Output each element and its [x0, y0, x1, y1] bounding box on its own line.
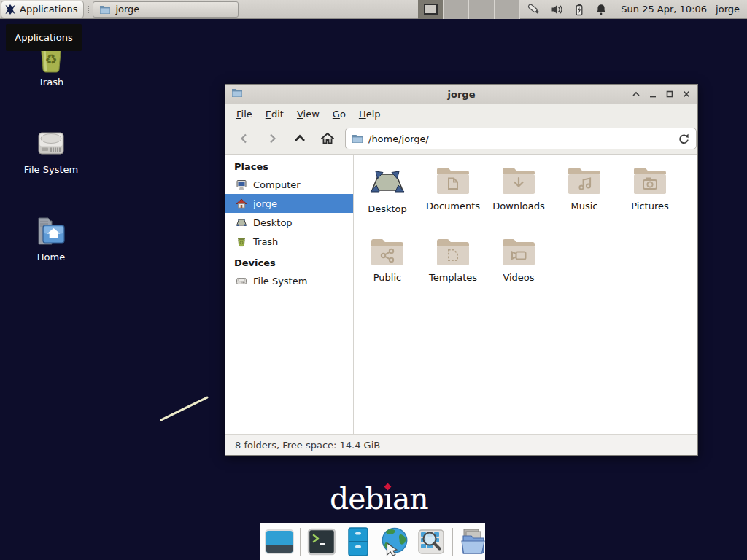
terminal-launcher[interactable] — [306, 526, 338, 558]
folder-item-downloads[interactable]: Downloads — [486, 163, 551, 235]
sidebar-item-computer[interactable]: Computer — [225, 175, 353, 194]
folder-item-label: Pictures — [617, 201, 683, 211]
folder-item-pictures[interactable]: Pictures — [617, 163, 683, 235]
back-button[interactable] — [234, 128, 255, 149]
application-finder-icon — [415, 526, 447, 558]
titlebar[interactable]: jorge — [225, 85, 697, 104]
devices-header: Devices — [225, 255, 353, 271]
folder-item-label: Templates — [420, 272, 486, 283]
folder-icon — [99, 4, 111, 15]
workspace-1[interactable] — [418, 0, 444, 19]
folder-item-templates[interactable]: Templates — [420, 235, 486, 306]
workspace-3[interactable] — [469, 0, 495, 19]
maximize-button[interactable] — [665, 88, 675, 100]
clock[interactable]: Sun 25 Apr, 10:06 — [621, 4, 707, 15]
hard-drive-icon — [34, 125, 69, 162]
location-path[interactable]: /home/jorge/ — [368, 133, 678, 144]
minimize-button[interactable] — [648, 88, 658, 100]
dock-separator — [452, 528, 453, 556]
volume-tray-icon[interactable] — [551, 3, 564, 16]
menu-help[interactable]: Help — [352, 106, 387, 122]
sidebar-item-label: Computer — [253, 179, 301, 190]
places-header: Places — [225, 159, 353, 175]
sidebar-item-label: Trash — [253, 236, 278, 247]
folder-item-desktop[interactable]: Desktop — [355, 163, 420, 235]
pictures-folder-icon — [632, 165, 667, 197]
window-content: Places Computer jorge — [225, 155, 697, 434]
stray-line-artifact — [160, 396, 209, 421]
web-browser-launcher[interactable] — [379, 526, 411, 558]
home-icon — [236, 198, 247, 209]
sidebar-item-trash[interactable]: Trash — [225, 232, 353, 251]
notifications-bell-tray-icon[interactable] — [595, 3, 608, 16]
shade-button[interactable] — [631, 88, 641, 100]
workspace-switcher — [418, 0, 520, 19]
window-controls — [631, 88, 692, 100]
applications-tooltip-text: Applications — [15, 32, 72, 43]
reload-button[interactable] — [678, 133, 690, 145]
forward-button[interactable] — [262, 128, 282, 149]
debian-logo-i: ı — [384, 481, 392, 516]
menu-edit[interactable]: Edit — [259, 106, 290, 122]
file-cabinet-icon — [342, 526, 374, 558]
web-browser-globe-icon — [379, 525, 411, 559]
show-desktop-button[interactable] — [263, 526, 295, 558]
desktop-special-icon — [370, 165, 405, 200]
up-button[interactable] — [290, 128, 310, 149]
directory-menu-button[interactable] — [457, 526, 489, 558]
location-bar[interactable]: /home/jorge/ — [345, 128, 697, 149]
workspace-4[interactable] — [495, 0, 520, 19]
folder-item-label: Desktop — [355, 203, 420, 214]
trash-icon — [236, 236, 247, 247]
folder-item-public[interactable]: Public — [355, 235, 420, 306]
menu-go[interactable]: Go — [326, 106, 352, 122]
desktop-icon-label: File System — [16, 164, 86, 175]
desktop-icon-label: Trash — [16, 77, 86, 88]
debian-logo: debıan — [330, 481, 428, 516]
app-finder-launcher[interactable] — [415, 526, 447, 558]
toolbar: /home/jorge/ — [225, 123, 697, 155]
file-manager-launcher[interactable] — [342, 526, 374, 558]
dock-separator — [300, 528, 301, 556]
templates-folder-icon — [436, 236, 471, 268]
file-grid: Desktop Documents — [354, 155, 697, 434]
applications-tooltip: Applications — [6, 24, 82, 51]
pen-tool-tray-icon[interactable] — [526, 2, 542, 17]
sidebar-item-label: File System — [253, 276, 307, 287]
folder-item-label: Public — [355, 272, 420, 283]
folder-item-documents[interactable]: Documents — [420, 163, 486, 235]
home-button[interactable] — [317, 128, 338, 149]
debian-logo-text: an — [392, 481, 428, 516]
applications-menu-label: Applications — [20, 4, 77, 15]
taskbar-window-label: jorge — [115, 4, 139, 15]
close-button[interactable] — [681, 88, 692, 100]
desktop-icon-file-system[interactable]: File System — [16, 125, 86, 175]
hard-drive-icon — [236, 275, 247, 287]
desktop-icon-label: Home — [16, 252, 86, 262]
sidebar-item-label: jorge — [253, 198, 277, 209]
panel-handle — [87, 4, 90, 15]
home-folder-icon — [34, 213, 69, 249]
folder-item-videos[interactable]: Videos — [486, 235, 551, 306]
side-pane: Places Computer jorge — [225, 155, 354, 434]
xfce-menu-icon — [4, 4, 16, 15]
folder-item-music[interactable]: Music — [551, 163, 617, 235]
desktop-icon — [236, 217, 247, 228]
menu-bar: File Edit View Go Help — [225, 104, 697, 123]
menu-view[interactable]: View — [290, 106, 326, 122]
folder-item-label: Music — [551, 201, 617, 211]
window-title: jorge — [225, 89, 697, 100]
taskbar-window-button[interactable]: jorge — [93, 1, 239, 18]
sidebar-item-jorge[interactable]: jorge — [225, 194, 353, 213]
folder-item-label: Downloads — [486, 201, 551, 211]
menu-file[interactable]: File — [230, 106, 259, 122]
computer-icon — [236, 179, 247, 190]
sidebar-item-file-system[interactable]: File System — [225, 271, 353, 290]
sidebar-item-desktop[interactable]: Desktop — [225, 213, 353, 232]
battery-tray-icon[interactable] — [573, 3, 586, 16]
sidebar-item-label: Desktop — [253, 217, 293, 228]
username-indicator: jorge — [716, 4, 740, 15]
applications-menu-button[interactable]: Applications — [1, 1, 84, 18]
desktop-icon-home[interactable]: Home — [16, 213, 86, 262]
workspace-2[interactable] — [444, 0, 469, 19]
